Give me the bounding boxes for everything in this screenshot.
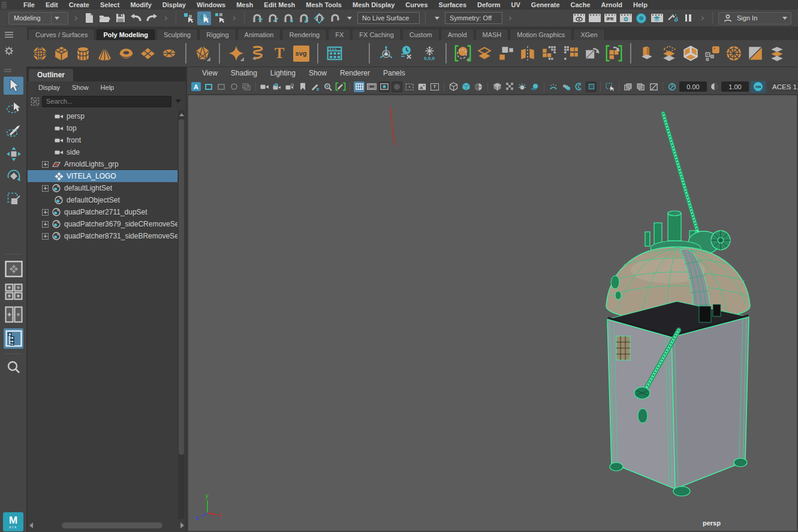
outliner-item-vitela-logo[interactable]: VITELA_LOGO [28, 170, 177, 182]
menu-cache[interactable]: Cache [565, 0, 596, 10]
layer-diamonds-button[interactable] [475, 44, 493, 62]
poly-plane-button[interactable] [138, 44, 156, 62]
snap-to-point-button[interactable] [281, 11, 295, 25]
symmetry-field[interactable]: Symmetry: Off [445, 12, 502, 24]
move-tool-button[interactable] [4, 145, 23, 163]
arnold-renderview-button[interactable] [634, 11, 648, 25]
wireframe-on-shaded-button[interactable] [492, 81, 502, 92]
gate-mask-icon[interactable] [228, 81, 239, 92]
menu-file[interactable]: File [18, 0, 40, 10]
paint-select-tool-button[interactable] [4, 122, 23, 140]
menu-set-selector[interactable]: Modeling [8, 12, 68, 25]
shelf-tab-animation[interactable]: Animation [237, 29, 281, 40]
shelf-tab-motion-graphics[interactable]: Motion Graphics [510, 29, 572, 40]
annotate-pencil-button[interactable] [335, 81, 346, 92]
outliner-item-persp[interactable]: persp [28, 110, 177, 122]
pane-divider[interactable] [163, 16, 167, 20]
select-tool-button[interactable] [4, 77, 23, 95]
menu-help[interactable]: Help [628, 0, 653, 10]
type-tool-button[interactable]: T [270, 44, 288, 62]
expand-icon[interactable] [42, 221, 49, 228]
lock-camera-button[interactable] [272, 81, 283, 92]
menu-uv[interactable]: UV [506, 0, 526, 10]
image-compare-button[interactable] [648, 81, 659, 92]
snap-to-curve-button[interactable] [266, 11, 279, 25]
camera-settings-button[interactable] [285, 81, 296, 92]
outliner-item-defaultobjectset[interactable]: defaultObjectSet [28, 194, 177, 206]
scroll-left-icon[interactable] [29, 522, 33, 528]
render-settings-button[interactable] [619, 11, 633, 25]
menu-edit[interactable]: Edit [40, 0, 64, 10]
menu-select[interactable]: Select [95, 0, 125, 10]
shelf-tab-rigging[interactable]: Rigging [199, 29, 236, 40]
wireframe-mode-button[interactable] [448, 81, 459, 92]
select-component-mode-button[interactable] [213, 11, 227, 25]
edge-flow-button[interactable] [746, 44, 764, 62]
pane-divider[interactable] [231, 16, 236, 20]
layout-four-pane-button[interactable] [4, 283, 23, 301]
outliner-horizontal-scrollbar[interactable] [29, 521, 184, 530]
combine-objects-button[interactable] [497, 44, 515, 62]
resolution-gate-icon[interactable] [216, 81, 227, 92]
isolate-select-button[interactable] [604, 81, 615, 92]
reduce-grid-button[interactable] [562, 44, 580, 62]
shelf-gear-icon[interactable] [4, 46, 14, 56]
extrude-button[interactable] [639, 44, 657, 62]
menu-create[interactable]: Create [64, 0, 95, 10]
outliner-menu-show[interactable]: Show [66, 83, 95, 92]
ao-toggle-button[interactable] [548, 81, 559, 92]
shelf-tab-xgen[interactable]: XGen [573, 29, 604, 40]
pane-divider[interactable] [507, 16, 511, 20]
outliner-title-tab[interactable]: Outliner [29, 69, 73, 81]
select-hierarchy-mode-button[interactable] [182, 11, 195, 25]
shelf-tab-sculpting[interactable]: Sculpting [156, 29, 198, 40]
viewport-menu-shading[interactable]: Shading [224, 68, 264, 78]
bevel-button[interactable] [682, 44, 700, 62]
scrollbar-thumb[interactable] [179, 119, 184, 455]
layout-outliner-persp-button[interactable] [4, 328, 23, 349]
snapshot-b-button[interactable] [636, 81, 646, 92]
dof-toggle-button[interactable] [573, 81, 584, 92]
shelf-tab-mash[interactable]: MASH [475, 29, 509, 40]
helix-button[interactable] [249, 44, 267, 62]
snap-to-grid-button[interactable] [250, 11, 264, 25]
construction-aid-button[interactable] [377, 44, 395, 62]
menu-mesh-tools[interactable]: Mesh Tools [300, 0, 347, 10]
poly-disc-button[interactable] [160, 44, 178, 62]
viewport-menu-lighting[interactable]: Lighting [264, 68, 302, 78]
motion-blur-toggle-button[interactable] [561, 81, 571, 92]
shadows-toggle-button[interactable] [529, 81, 540, 92]
menu-deform[interactable]: Deform [472, 0, 506, 10]
texture-view-update-button[interactable] [650, 11, 664, 25]
scroll-up-icon[interactable] [178, 111, 185, 118]
snap-options-caret[interactable] [347, 17, 352, 20]
render-current-frame-button[interactable] [588, 11, 601, 25]
menu-arnold[interactable]: Arnold [596, 0, 628, 10]
xray-mode-button[interactable] [504, 81, 515, 92]
outliner-item-quadpatcher2711-dupset[interactable]: quadPatcher2711_dupSet [28, 206, 177, 218]
safe-action-toggle-button[interactable] [404, 81, 415, 92]
outliner-item-top[interactable]: top [28, 122, 177, 134]
make-live-button[interactable] [312, 11, 326, 25]
outliner-item-quadpatcher3679-sidecremoveset[interactable]: quadPatcher3679_sideCRemoveSet [28, 218, 177, 230]
open-scene-button[interactable] [98, 11, 112, 25]
gate-mask-toggle-button[interactable] [392, 81, 402, 92]
poly-torus-button[interactable] [117, 44, 135, 62]
shelf-tab-fx-caching[interactable]: FX Caching [352, 29, 400, 40]
search-filter-caret[interactable] [175, 99, 181, 103]
bookmark-icon[interactable] [297, 81, 308, 92]
scrollbar-thumb[interactable] [62, 522, 162, 528]
pause-viewport-button[interactable] [681, 11, 695, 25]
save-scene-button[interactable] [113, 11, 127, 25]
live-surface-field[interactable]: No Live Surface [357, 12, 420, 24]
shelf-tab-custom[interactable]: Custom [402, 29, 439, 40]
filter-selection-icon[interactable] [31, 97, 40, 106]
outliner-search-input[interactable] [42, 96, 171, 107]
light-editor-button[interactable] [665, 11, 679, 25]
smooth-rotate-button[interactable] [583, 44, 601, 62]
outliner-item-front[interactable]: front [28, 134, 177, 146]
reset-origin-button[interactable]: 0,0,0 [420, 44, 438, 62]
object-mode-highlight-button[interactable] [454, 44, 472, 62]
fill-hole-grid-button[interactable] [540, 44, 558, 62]
image-plane-toggle-button[interactable] [417, 81, 427, 92]
